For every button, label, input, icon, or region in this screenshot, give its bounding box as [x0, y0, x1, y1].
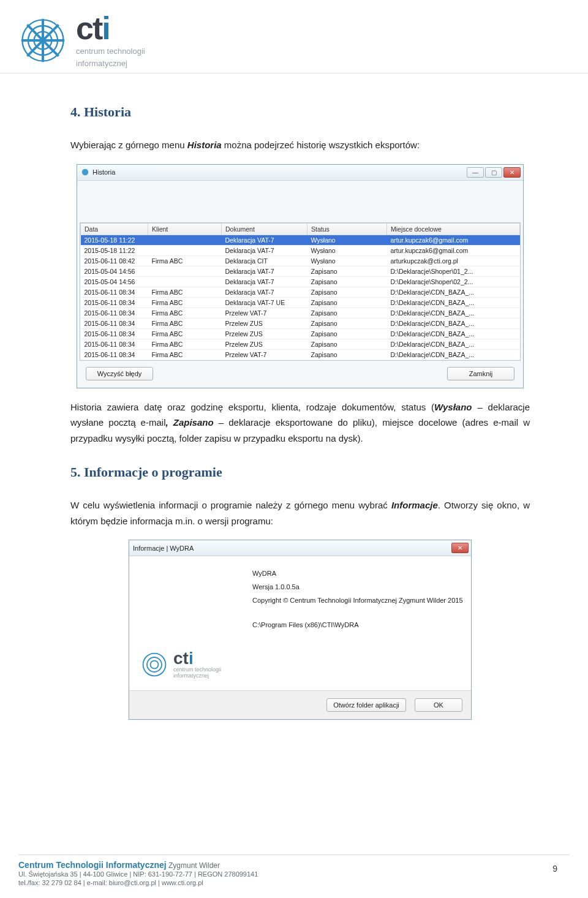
table-cell: Zapisano — [307, 266, 387, 276]
footer-address: Ul. Świętojańska 35 | 44-100 Gliwice | N… — [18, 870, 258, 878]
table-cell: Wysłano — [307, 255, 387, 266]
table-cell: Firma ABC — [148, 328, 222, 339]
table-cell: Deklaracja CIT — [222, 255, 307, 266]
logo-subtitle-2: informatycznej — [76, 59, 145, 69]
table-cell: 2015-06-11 08:34 — [81, 297, 148, 308]
table-row[interactable]: 2015-05-04 14:56Deklaracja VAT-7Zapisano… — [81, 266, 520, 276]
table-row[interactable]: 2015-06-11 08:34Firma ABCPrzelew VAT-7Za… — [81, 349, 520, 360]
info-window-title: Informacje | WyDRA — [133, 545, 194, 552]
company-logo-text: cti centrum technologii informatycznej — [76, 12, 145, 68]
close-window-button[interactable]: Zamknij — [447, 367, 514, 380]
table-cell: D:\Deklaracje\CDN_BAZA_... — [387, 318, 520, 328]
minimize-button[interactable]: — — [467, 167, 484, 178]
historia-titlebar[interactable]: Historia — ▢ ✕ — [77, 165, 523, 181]
table-cell: Zapisano — [307, 287, 387, 297]
table-cell: Deklaracja VAT-7 — [222, 287, 307, 297]
section-4-description: Historia zawiera datę oraz godzinę ekspo… — [70, 399, 530, 447]
table-cell: Przelew ZUS — [222, 318, 307, 328]
historia-window-title: Historia — [92, 168, 115, 176]
table-cell: Firma ABC — [148, 297, 222, 308]
table-cell — [148, 245, 222, 255]
table-cell: 2015-06-11 08:34 — [81, 308, 148, 318]
table-cell: Firma ABC — [148, 349, 222, 360]
section-5-intro: W celu wyświetlenia informacji o program… — [70, 497, 530, 529]
table-cell: Deklaracja VAT-7 — [222, 276, 307, 287]
table-cell — [148, 235, 222, 245]
table-row[interactable]: 2015-05-18 11:22Deklaracja VAT-7Wysłanoa… — [81, 245, 520, 255]
footer-company: Centrum Technologii Informatycznej — [18, 860, 167, 870]
footer-owner: Zygmunt Wilder — [167, 861, 220, 870]
company-logo-icon — [140, 651, 168, 679]
table-cell: Zapisano — [307, 349, 387, 360]
historia-window: Historia — ▢ ✕ DataKlientDokumentStatusM… — [77, 164, 524, 388]
info-version: Wersja 1.0.0.5a — [252, 583, 464, 590]
table-cell: Przelew ZUS — [222, 328, 307, 339]
table-cell: D:\Deklaracje\CDN_BAZA_... — [387, 339, 520, 349]
table-row[interactable]: 2015-06-11 08:34Firma ABCPrzelew ZUSZapi… — [81, 328, 520, 339]
table-cell: Deklaracja VAT-7 UE — [222, 297, 307, 308]
section-5-heading: 5. Informacje o programie — [70, 464, 530, 480]
table-cell: D:\Deklaracje\CDN_BAZA_... — [387, 287, 520, 297]
table-cell: Wysłano — [307, 235, 387, 245]
close-button[interactable]: ✕ — [451, 543, 469, 553]
table-row[interactable]: 2015-06-11 08:34Firma ABCPrzelew ZUSZapi… — [81, 339, 520, 349]
table-row[interactable]: 2015-06-11 08:34Firma ABCPrzelew VAT-7Za… — [81, 308, 520, 318]
table-cell: 2015-06-11 08:34 — [81, 339, 148, 349]
table-cell: Zapisano — [307, 276, 387, 287]
table-row[interactable]: 2015-06-11 08:34Firma ABCDeklaracja VAT-… — [81, 297, 520, 308]
page-footer: Centrum Technologii Informatycznej Zygmu… — [18, 855, 570, 887]
table-cell: D:\Deklaracje\CDN_BAZA_... — [387, 297, 520, 308]
table-cell: 2015-05-04 14:56 — [81, 266, 148, 276]
table-cell: 2015-06-11 08:34 — [81, 328, 148, 339]
ok-button[interactable]: OK — [415, 698, 462, 712]
column-header[interactable]: Miejsce docelowe — [387, 223, 520, 235]
open-app-folder-button[interactable]: Otwórz folder aplikacji — [326, 698, 406, 712]
table-cell: artur.kupczak6@gmail.com — [387, 245, 520, 255]
maximize-button[interactable]: ▢ — [485, 167, 502, 178]
table-row[interactable]: 2015-05-18 11:22Deklaracja VAT-7Wysłanoa… — [81, 235, 520, 245]
close-button[interactable]: ✕ — [503, 167, 521, 178]
table-cell: Przelew VAT-7 — [222, 308, 307, 318]
table-cell: D:\Deklaracje\Shoper\02_2... — [387, 276, 520, 287]
info-app-name: WyDRA — [252, 570, 464, 577]
table-cell: Firma ABC — [148, 308, 222, 318]
info-install-path: C:\Program Files (x86)\CTI\WyDRA — [252, 621, 464, 628]
section-4-heading: 4. Historia — [70, 104, 530, 120]
table-cell: Zapisano — [307, 339, 387, 349]
table-row[interactable]: 2015-06-11 08:34Firma ABCDeklaracja VAT-… — [81, 287, 520, 297]
column-header[interactable]: Data — [81, 223, 148, 235]
table-row[interactable]: 2015-06-11 08:42Firma ABCDeklaracja CITW… — [81, 255, 520, 266]
clear-errors-button[interactable]: Wyczyść błędy — [86, 367, 153, 380]
column-header[interactable]: Dokument — [222, 223, 307, 235]
table-cell: 2015-05-18 11:22 — [81, 245, 148, 255]
table-cell: D:\Deklaracje\Shoper\01_2... — [387, 266, 520, 276]
table-cell: D:\Deklaracje\CDN_BAZA_... — [387, 328, 520, 339]
table-cell: 2015-06-11 08:34 — [81, 287, 148, 297]
svg-point-9 — [147, 657, 162, 672]
column-header[interactable]: Status — [307, 223, 387, 235]
svg-point-10 — [151, 661, 159, 669]
table-cell: Deklaracja VAT-7 — [222, 266, 307, 276]
table-cell: Zapisano — [307, 328, 387, 339]
table-cell: Zapisano — [307, 308, 387, 318]
table-row[interactable]: 2015-06-11 08:34Firma ABCPrzelew ZUSZapi… — [81, 318, 520, 328]
logo-subtitle-1: centrum technologii — [76, 47, 145, 56]
table-row[interactable]: 2015-05-04 14:56Deklaracja VAT-7Zapisano… — [81, 276, 520, 287]
section-4-intro: Wybierając z górnego menu Historia można… — [70, 137, 530, 153]
table-cell: 2015-06-11 08:34 — [81, 318, 148, 328]
table-cell: Deklaracja VAT-7 — [222, 235, 307, 245]
table-cell — [148, 276, 222, 287]
info-copyright: Copyright © Centrum Technologii Informat… — [252, 597, 464, 604]
info-titlebar[interactable]: Informacje | WyDRA ✕ — [129, 540, 471, 556]
column-header[interactable]: Klient — [148, 223, 222, 235]
table-cell: D:\Deklaracje\CDN_BAZA_... — [387, 308, 520, 318]
info-window: Informacje | WyDRA ✕ cti centrum tec — [129, 540, 472, 720]
historia-grid[interactable]: DataKlientDokumentStatusMiejsce docelowe… — [80, 222, 521, 361]
table-cell: Przelew VAT-7 — [222, 349, 307, 360]
table-cell — [148, 266, 222, 276]
company-logo-icon — [18, 16, 67, 65]
svg-point-7 — [82, 169, 89, 176]
table-cell: Firma ABC — [148, 318, 222, 328]
table-cell: 2015-05-18 11:22 — [81, 235, 148, 245]
table-cell: Firma ABC — [148, 339, 222, 349]
